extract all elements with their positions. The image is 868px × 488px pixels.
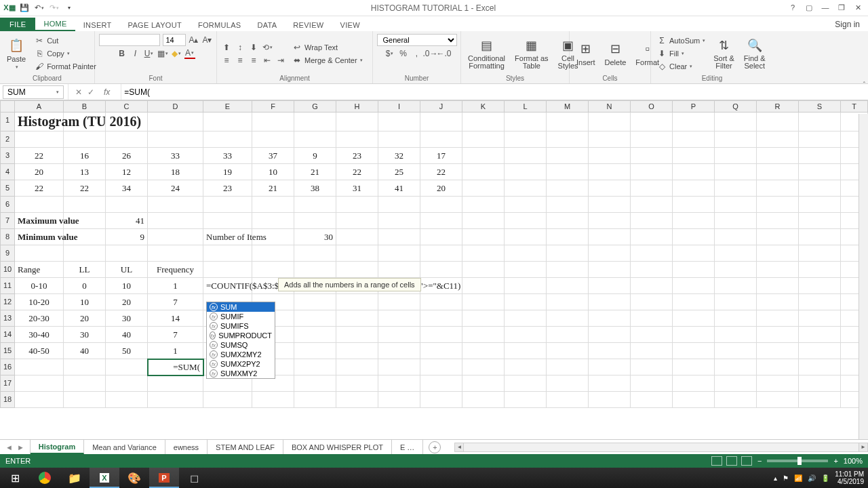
cell-E2[interactable]: [203, 131, 252, 148]
cell-L7[interactable]: [505, 213, 547, 229]
cell-F18[interactable]: [252, 392, 294, 408]
cell-J8[interactable]: [420, 229, 462, 245]
cell-S13[interactable]: [799, 310, 841, 327]
cell-O7[interactable]: [631, 213, 673, 229]
cell-P5[interactable]: [673, 180, 715, 197]
cell-S8[interactable]: [799, 229, 841, 245]
tab-formulas[interactable]: FORMULAS: [190, 19, 250, 31]
cell-A8[interactable]: Minimum value: [15, 229, 64, 245]
copy-button[interactable]: ⎘Copy▾: [33, 47, 98, 60]
align-middle-icon[interactable]: ↕: [235, 42, 245, 53]
cell-M16[interactable]: [547, 359, 589, 375]
cell-L14[interactable]: [505, 327, 547, 343]
cell-O1[interactable]: [631, 113, 673, 131]
row-header-9[interactable]: 9: [0, 245, 15, 262]
cell-L13[interactable]: [505, 310, 547, 327]
row-header-8[interactable]: 8: [0, 229, 15, 245]
orientation-icon[interactable]: ⟲▾: [262, 42, 273, 53]
cell-K7[interactable]: [462, 213, 505, 229]
sheet-tab-5[interactable]: E …: [392, 440, 423, 454]
wrap-text-button[interactable]: ↩Wrap Text: [290, 41, 364, 54]
cell-R13[interactable]: [757, 310, 799, 327]
cell-P7[interactable]: [673, 213, 715, 229]
cell-H1[interactable]: [336, 113, 378, 131]
cell-L4[interactable]: [505, 164, 547, 180]
fx-icon[interactable]: fx: [104, 87, 110, 97]
row-header-15[interactable]: 15: [0, 343, 15, 359]
cell-D1[interactable]: [148, 113, 203, 131]
cell-G14[interactable]: [294, 327, 336, 343]
bold-button[interactable]: B: [117, 48, 127, 59]
cell-G2[interactable]: [294, 131, 336, 148]
align-center-icon[interactable]: ≡: [235, 55, 245, 66]
task-view-icon[interactable]: ◻: [179, 468, 209, 488]
cell-L18[interactable]: [505, 392, 547, 408]
tab-view[interactable]: VIEW: [332, 19, 368, 31]
cell-B6[interactable]: [64, 197, 106, 213]
cell-O2[interactable]: [631, 131, 673, 148]
cell-L1[interactable]: [505, 113, 547, 131]
cell-M6[interactable]: [547, 197, 589, 213]
cell-A6[interactable]: [15, 197, 64, 213]
cell-D17[interactable]: [148, 375, 203, 392]
cell-S15[interactable]: [799, 343, 841, 359]
cancel-formula-icon[interactable]: ✕: [75, 87, 82, 97]
cell-C2[interactable]: [106, 131, 148, 148]
cell-H6[interactable]: [336, 197, 378, 213]
cell-H15[interactable]: [336, 343, 378, 359]
font-size-select[interactable]: [163, 34, 186, 46]
cell-P8[interactable]: [673, 229, 715, 245]
sheet-tab-3[interactable]: STEM AND LEAF: [208, 440, 283, 454]
cell-C15[interactable]: 50: [106, 343, 148, 359]
conditional-formatting-button[interactable]: ▤Conditional Formatting: [465, 36, 508, 71]
row-header-18[interactable]: 18: [0, 392, 15, 408]
cell-P11[interactable]: [673, 278, 715, 294]
cell-A12[interactable]: 10-20: [15, 294, 64, 310]
cell-A9[interactable]: [15, 245, 64, 262]
cell-Q14[interactable]: [715, 327, 757, 343]
cell-N11[interactable]: [589, 278, 631, 294]
column-header-D[interactable]: D: [148, 100, 203, 113]
cell-L10[interactable]: [505, 262, 547, 278]
decrease-decimal-icon[interactable]: ←.0: [439, 48, 450, 59]
cell-J12[interactable]: [420, 294, 462, 310]
cell-B4[interactable]: 13: [64, 164, 106, 180]
cell-O12[interactable]: [631, 294, 673, 310]
row-header-10[interactable]: 10: [0, 262, 15, 278]
cut-button[interactable]: ✂Cut: [33, 35, 98, 47]
cell-O9[interactable]: [631, 245, 673, 262]
cell-A13[interactable]: 20-30: [15, 310, 64, 327]
cell-M1[interactable]: [547, 113, 589, 131]
cell-K12[interactable]: [462, 294, 505, 310]
cell-K18[interactable]: [462, 392, 505, 408]
cell-G1[interactable]: [294, 113, 336, 131]
cell-N6[interactable]: [589, 197, 631, 213]
cell-J17[interactable]: [420, 375, 462, 392]
cell-P13[interactable]: [673, 310, 715, 327]
cell-J18[interactable]: [420, 392, 462, 408]
column-header-G[interactable]: G: [294, 100, 336, 113]
cell-A2[interactable]: [15, 131, 64, 148]
cell-R14[interactable]: [757, 327, 799, 343]
cell-O11[interactable]: [631, 278, 673, 294]
italic-button[interactable]: I: [130, 48, 141, 59]
cell-O13[interactable]: [631, 310, 673, 327]
cell-C4[interactable]: 12: [106, 164, 148, 180]
cell-A11[interactable]: 0-10: [15, 278, 64, 294]
tray-up-icon[interactable]: ▴: [774, 474, 777, 482]
cell-S1[interactable]: [799, 113, 841, 131]
cell-N3[interactable]: [589, 148, 631, 164]
cell-F2[interactable]: [252, 131, 294, 148]
cell-B8[interactable]: [64, 229, 106, 245]
horizontal-scrollbar[interactable]: ◄ ►: [454, 443, 868, 452]
cell-P14[interactable]: [673, 327, 715, 343]
autocomplete-item-sumsq[interactable]: fxSUMSQ: [207, 340, 275, 350]
cell-R2[interactable]: [757, 131, 799, 148]
cell-D14[interactable]: 7: [148, 327, 203, 343]
cell-D7[interactable]: [148, 213, 203, 229]
row-header-11[interactable]: 11: [0, 278, 15, 294]
cell-E8[interactable]: Number of Items: [203, 229, 252, 245]
cell-Q16[interactable]: [715, 359, 757, 375]
cell-R12[interactable]: [757, 294, 799, 310]
cell-K5[interactable]: [462, 180, 505, 197]
